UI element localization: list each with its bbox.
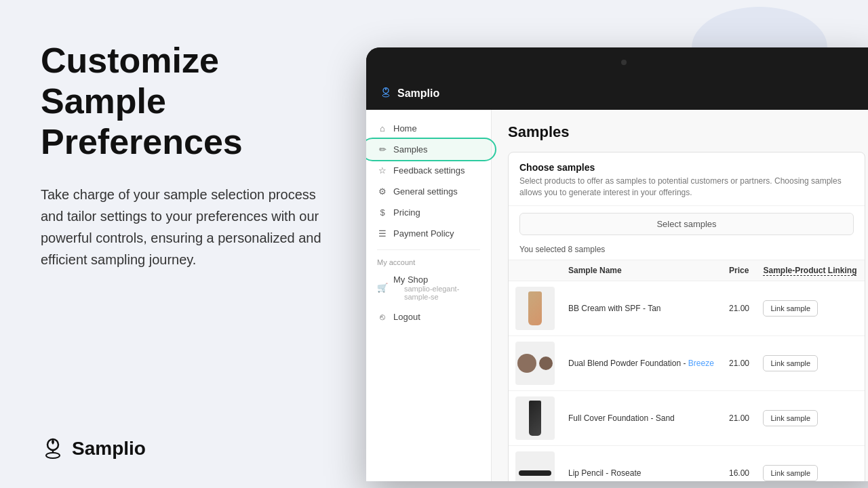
sidebar-payment-label: Payment Policy <box>393 228 454 239</box>
app-brand-name: Samplio <box>397 87 439 100</box>
product-image-cell <box>509 390 561 445</box>
choose-samples-title: Choose samples <box>519 162 854 173</box>
product-image-powder <box>515 342 555 385</box>
product-name-cell: Full Cover Foundation - Sand <box>561 390 722 445</box>
brand-name: Samplio <box>72 438 146 460</box>
sidebar-general-label: General settings <box>393 186 458 197</box>
sidebar-item-feedback[interactable]: ☆ Feedback settings <box>366 160 491 181</box>
app-wrapper: Samplio ⌂ Home ✏ Samples <box>366 77 868 481</box>
myshop-label: My Shop <box>393 274 480 285</box>
svg-point-4 <box>382 94 389 97</box>
product-price-cell: 21.00 <box>722 390 756 445</box>
pencil-visual <box>519 470 551 476</box>
product-link-cell: Link sample <box>756 445 865 481</box>
left-panel: Customize Sample Preferences Take charge… <box>0 0 380 488</box>
powder-compact <box>517 354 536 373</box>
app-logo-icon <box>380 86 392 102</box>
subtext: Take charge of your sample selection pro… <box>41 184 339 270</box>
powder-visual <box>517 354 553 373</box>
sidebar-item-samples[interactable]: ✏ Samples <box>366 139 491 160</box>
table-header-row: Sample Name Price Sample-Product Linking <box>509 260 865 281</box>
sidebar-item-pricing[interactable]: $ Pricing <box>366 202 491 223</box>
tablet-topbar <box>366 47 868 77</box>
product-name: BB Cream with SPF - Tan <box>568 304 661 313</box>
product-image-foundation <box>515 396 555 440</box>
product-name-cell: Lip Pencil - Roseate <box>561 445 722 481</box>
sidebar-item-home[interactable]: ⌂ Home <box>366 118 491 139</box>
samples-section: Choose samples Select products to offer … <box>508 152 865 481</box>
brand-logo-icon <box>41 436 65 461</box>
product-price: 21.00 <box>729 413 749 423</box>
product-name-cell: Dual Blend Powder Foundation - Breeze <box>561 336 722 390</box>
product-price: 21.00 <box>729 304 749 313</box>
sidebar-feedback-label: Feedback settings <box>393 165 465 176</box>
general-icon: ⚙ <box>377 186 388 197</box>
tablet-screen: Samplio ⌂ Home ✏ Samples <box>366 77 868 481</box>
tablet-camera <box>621 60 627 65</box>
table-row: Full Cover Foundation - Sand 21.00 Link … <box>509 390 865 445</box>
sidebar-divider <box>377 249 480 250</box>
app-header: Samplio <box>366 77 868 110</box>
product-link-cell: Link sample <box>756 390 865 445</box>
pricing-icon: $ <box>377 207 388 218</box>
product-name-plain: Dual Blend Powder Foundation - <box>568 359 688 368</box>
product-name: Full Cover Foundation - Sand <box>568 413 675 423</box>
col-linking: Sample-Product Linking <box>756 260 865 281</box>
product-image-cell <box>509 445 561 481</box>
col-sample-name: Sample Name <box>561 260 722 281</box>
sidebar-home-label: Home <box>393 123 417 134</box>
col-image <box>509 260 561 281</box>
link-sample-button[interactable]: Link sample <box>763 410 818 426</box>
product-image-pencil <box>515 451 555 481</box>
sidebar-samples-label: Samples <box>393 144 428 155</box>
headline: Customize Sample Preferences <box>41 41 339 162</box>
sidebar-item-myshop[interactable]: 🛒 My Shop samplio-elegant-sample-se <box>366 269 491 306</box>
select-samples-button[interactable]: Select samples <box>519 213 854 235</box>
left-content: Customize Sample Preferences Take charge… <box>41 41 339 270</box>
foundation-visual <box>529 401 541 436</box>
payment-icon: ☰ <box>377 228 388 239</box>
samples-table: Sample Name Price Sample-Product Linking <box>509 260 865 481</box>
choose-samples-desc: Select products to offer as samples to p… <box>519 176 854 199</box>
tablet-frame: Samplio ⌂ Home ✏ Samples <box>366 47 868 481</box>
sidebar-account-section: My account <box>366 256 491 269</box>
section-header: Choose samples Select products to offer … <box>509 152 865 206</box>
sidebar-logout-label: Logout <box>393 312 420 322</box>
svg-point-1 <box>46 453 60 458</box>
product-price-cell: 21.00 <box>722 336 756 390</box>
samples-icon: ✏ <box>377 144 388 155</box>
feedback-icon: ☆ <box>377 165 388 176</box>
selected-info: You selected 8 samples <box>509 242 865 260</box>
link-sample-button[interactable]: Link sample <box>763 355 818 371</box>
home-icon: ⌂ <box>377 123 388 134</box>
link-sample-button[interactable]: Link sample <box>763 300 818 317</box>
sidebar-item-payment[interactable]: ☰ Payment Policy <box>366 223 491 244</box>
col-price: Price <box>722 260 756 281</box>
myshop-icon: 🛒 <box>377 283 388 293</box>
product-link-cell: Link sample <box>756 336 865 390</box>
link-sample-button[interactable]: Link sample <box>763 465 818 481</box>
product-name-link: Breeze <box>688 359 714 368</box>
product-price-cell: 21.00 <box>722 281 756 336</box>
sidebar-pricing-label: Pricing <box>393 207 420 218</box>
bb-cream-visual <box>528 291 542 325</box>
product-image-bb-cream <box>515 287 555 330</box>
product-name-cell: BB Cream with SPF - Tan <box>561 281 722 336</box>
myshop-sub: samplio-elegant-sample-se <box>393 285 480 301</box>
logout-icon: ⎋ <box>377 312 388 322</box>
main-content: Samples Choose samples Select products t… <box>492 110 868 481</box>
sidebar-item-logout[interactable]: ⎋ Logout <box>366 306 491 327</box>
product-image-cell <box>509 281 561 336</box>
product-price: 16.00 <box>729 468 749 478</box>
table-row: BB Cream with SPF - Tan 21.00 Link sampl… <box>509 281 865 336</box>
app-body: ⌂ Home ✏ Samples ☆ Feedback settings ⚙ <box>366 110 868 481</box>
product-link-cell: Link sample <box>756 281 865 336</box>
page-title: Samples <box>508 123 865 141</box>
powder-small <box>539 357 553 370</box>
table-row: Dual Blend Powder Foundation - Breeze 21… <box>509 336 865 390</box>
product-name: Lip Pencil - Roseate <box>568 468 641 478</box>
tablet-mockup: Samplio ⌂ Home ✏ Samples <box>366 20 868 481</box>
brand-logo: Samplio <box>41 436 339 461</box>
sidebar: ⌂ Home ✏ Samples ☆ Feedback settings ⚙ <box>366 110 492 481</box>
sidebar-item-general[interactable]: ⚙ General settings <box>366 181 491 202</box>
